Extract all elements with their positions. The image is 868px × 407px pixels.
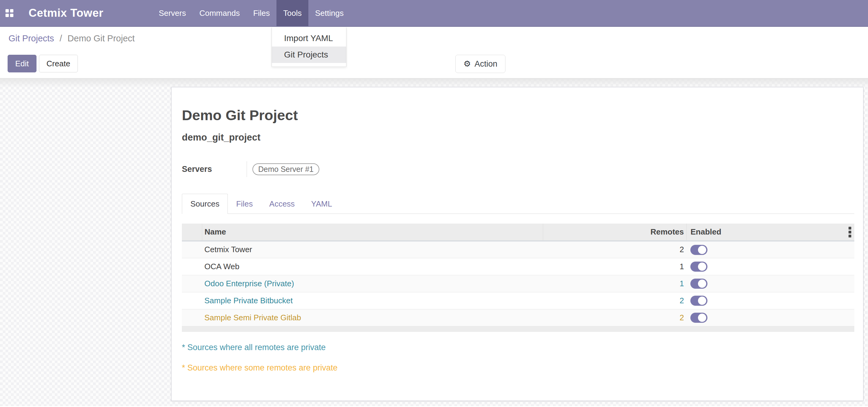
enabled-toggle[interactable] [690, 261, 707, 272]
nav-item-servers[interactable]: Servers [152, 0, 193, 26]
tools-dropdown-menu: Import YAML Git Projects [272, 27, 346, 67]
remotes-count: 2 [543, 292, 686, 309]
tab-sources[interactable]: Sources [182, 194, 228, 214]
remotes-count: 1 [543, 275, 686, 292]
table-footer-strip [182, 326, 854, 332]
source-name[interactable]: Cetmix Tower [202, 241, 543, 258]
source-name[interactable]: OCA Web [202, 258, 543, 275]
action-menu-button[interactable]: ⚙ Action [455, 55, 505, 73]
table-row[interactable]: Sample Semi Private Gitlab 2 [182, 309, 854, 326]
content-area: Demo Git Project demo_git_project Server… [0, 79, 868, 406]
create-button[interactable]: Create [39, 55, 78, 72]
servers-field-label: Servers [182, 164, 247, 174]
record-reference: demo_git_project [182, 132, 863, 143]
nav-item-settings[interactable]: Settings [308, 0, 350, 26]
action-button-label: Action [474, 59, 497, 69]
edit-button[interactable]: Edit [8, 55, 36, 72]
remotes-column-header[interactable]: Remotes [543, 224, 686, 241]
form-sheet: Demo Git Project demo_git_project Server… [171, 87, 863, 401]
nav-item-files[interactable]: Files [246, 0, 276, 26]
enabled-toggle[interactable] [690, 313, 707, 323]
tab-access[interactable]: Access [261, 194, 303, 214]
breadcrumb-current: Demo Git Project [67, 33, 135, 43]
servers-field-value: Demo Server #1 [247, 161, 319, 177]
control-panel: Git Projects / Demo Git Project Edit Cre… [0, 27, 868, 79]
nav-item-tools[interactable]: Tools [276, 0, 308, 26]
source-name[interactable]: Sample Private Bitbucket [202, 292, 543, 309]
table-row[interactable]: Cetmix Tower 2 [182, 241, 854, 258]
enabled-toggle[interactable] [690, 279, 707, 289]
top-navbar: Cetmix Tower Servers Commands Files Tool… [0, 0, 868, 27]
footnote-some-private: * Sources where some remotes are private [182, 363, 854, 373]
table-row[interactable]: OCA Web 1 [182, 258, 854, 275]
apps-grid-icon [5, 9, 13, 17]
selector-column-header[interactable] [182, 224, 202, 241]
app-brand-title: Cetmix Tower [29, 0, 103, 26]
breadcrumb: Git Projects / Demo Git Project [8, 33, 135, 43]
table-header-row: Name Remotes Enabled [182, 224, 854, 241]
optional-columns-icon[interactable] [848, 227, 851, 237]
notebook-tabs: Sources Files Access YAML [182, 193, 854, 214]
remotes-count: 2 [543, 241, 686, 258]
breadcrumb-separator: / [57, 33, 65, 43]
servers-field-row: Servers Demo Server #1 [182, 161, 863, 177]
cp-button-row: Edit Create [8, 55, 78, 72]
dropdown-item-git-projects[interactable]: Git Projects [272, 46, 346, 63]
remotes-count: 2 [543, 309, 686, 326]
remotes-count: 1 [543, 258, 686, 275]
name-column-header[interactable]: Name [202, 224, 543, 241]
nav-item-commands[interactable]: Commands [192, 0, 246, 26]
sources-table: Name Remotes Enabled Cetmix Tower 2 [182, 224, 854, 326]
enabled-toggle[interactable] [690, 296, 707, 306]
tab-yaml[interactable]: YAML [303, 194, 340, 214]
enabled-header-label: Enabled [691, 227, 721, 237]
record-title: Demo Git Project [182, 107, 863, 124]
enabled-column-header[interactable]: Enabled [686, 224, 854, 241]
source-name[interactable]: Sample Semi Private Gitlab [202, 309, 543, 326]
breadcrumb-parent-link[interactable]: Git Projects [8, 33, 54, 43]
source-name[interactable]: Odoo Enterprise (Private) [202, 275, 543, 292]
table-row[interactable]: Sample Private Bitbucket 2 [182, 292, 854, 309]
tab-files[interactable]: Files [228, 194, 261, 214]
enabled-toggle[interactable] [690, 245, 707, 255]
gear-icon: ⚙ [464, 59, 471, 69]
table-row[interactable]: Odoo Enterprise (Private) 1 [182, 275, 854, 292]
footnote-all-private: * Sources where all remotes are private [182, 343, 854, 352]
apps-menu-button[interactable] [0, 0, 19, 26]
dropdown-item-import-yaml[interactable]: Import YAML [272, 30, 346, 46]
main-menu: Servers Commands Files Tools Settings [152, 0, 350, 26]
server-tag[interactable]: Demo Server #1 [252, 163, 319, 175]
